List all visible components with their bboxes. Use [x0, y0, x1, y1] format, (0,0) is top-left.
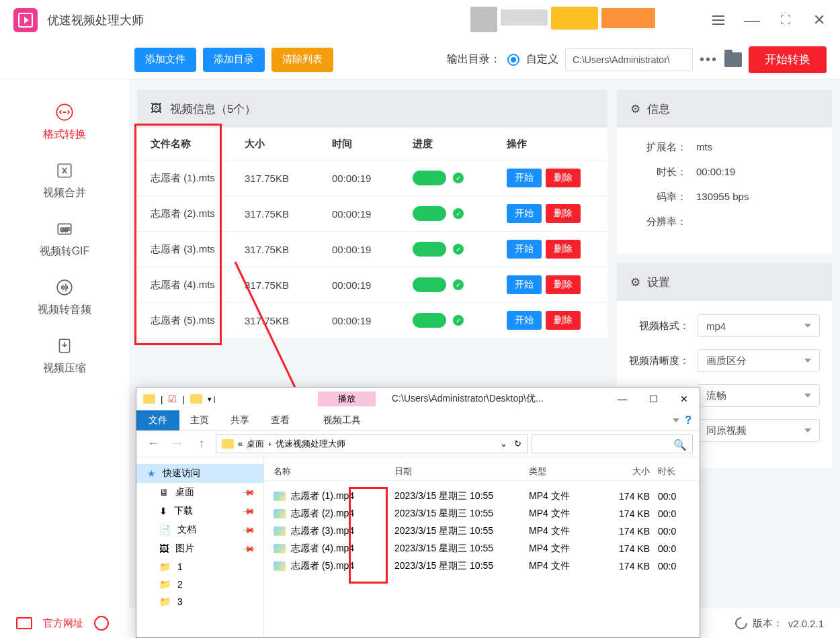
- sidebar-item-merge[interactable]: 视频合并: [0, 151, 129, 210]
- explorer-file-row[interactable]: 志愿者 (2).mp4 2023/3/15 星期三 10:55 MP4 文件 1…: [264, 505, 700, 522]
- explorer-side-item[interactable]: 🖥桌面📌: [136, 483, 263, 502]
- help-icon[interactable]: ?: [685, 414, 691, 426]
- explorer-minimize[interactable]: —: [607, 388, 638, 410]
- refresh-icon[interactable]: [732, 614, 749, 631]
- compress-icon: [54, 336, 75, 356]
- sidebar-item-audio[interactable]: 视频转音频: [0, 268, 129, 326]
- explorer-side-item[interactable]: 📄文档📌: [136, 520, 263, 539]
- progress-bar: [413, 313, 446, 328]
- close-icon[interactable]: ✕: [812, 13, 827, 28]
- info-panel-header: ⚙ 信息: [617, 90, 832, 128]
- nav-forward[interactable]: →: [167, 435, 187, 453]
- explorer-columns: 名称 日期 类型 大小 时长: [264, 463, 700, 481]
- row-delete-button[interactable]: 删除: [546, 240, 581, 259]
- row-delete-button[interactable]: 删除: [546, 169, 581, 187]
- resolution-select[interactable]: 画质区分: [698, 349, 820, 372]
- menu-icon[interactable]: [711, 13, 726, 28]
- start-convert-button[interactable]: 开始转换: [749, 46, 827, 73]
- gear-icon: ⚙: [630, 275, 640, 289]
- info-ext: mts: [696, 141, 712, 154]
- minimize-icon[interactable]: —: [745, 13, 759, 28]
- row-start-button[interactable]: 开始: [507, 311, 542, 330]
- add-dir-button[interactable]: 添加目录: [203, 48, 265, 72]
- app-logo: [13, 8, 38, 32]
- explorer-side-item[interactable]: 🖼图片📌: [136, 539, 263, 558]
- app-title: 优速视频处理大师: [47, 12, 144, 28]
- side-icon: 📁: [159, 561, 171, 572]
- convert-icon: [54, 102, 75, 122]
- side-icon: 🖼: [159, 543, 169, 554]
- audio-icon: [54, 277, 75, 298]
- explorer-search[interactable]: 🔍: [532, 435, 693, 453]
- video-tools-tab[interactable]: 视频工具: [323, 414, 361, 426]
- nav-back[interactable]: ←: [143, 435, 163, 453]
- chat-icon[interactable]: [94, 616, 109, 631]
- sidebar: 格式转换 视频合并 GIF 视频转GIF 视频转音频 视频压缩: [0, 79, 129, 638]
- row-start-button[interactable]: 开始: [507, 169, 542, 187]
- explorer-side-item[interactable]: ⬇下载📌: [136, 502, 263, 520]
- pin-icon: 📌: [242, 523, 256, 537]
- checkbox-icon[interactable]: ☑: [168, 394, 177, 404]
- explorer-file-row[interactable]: 志愿者 (3).mp4 2023/3/15 星期三 10:55 MP4 文件 1…: [264, 522, 700, 540]
- open-folder-icon[interactable]: [724, 52, 742, 67]
- explorer-side-item[interactable]: 📁3: [136, 593, 263, 610]
- check-icon: ✓: [453, 279, 464, 290]
- tab-share[interactable]: 共享: [220, 410, 260, 430]
- explorer-side-item[interactable]: 📁1: [136, 558, 263, 576]
- file-name: 志愿者 (3).mts: [151, 243, 245, 256]
- progress-bar: [413, 171, 446, 185]
- chevron-down-icon[interactable]: [673, 418, 679, 422]
- explorer-close[interactable]: ✕: [669, 388, 700, 410]
- nav-up[interactable]: ↑: [192, 435, 212, 453]
- row-delete-button[interactable]: 删除: [546, 204, 581, 223]
- explorer-file-row[interactable]: 志愿者 (5).mp4 2023/3/15 星期三 10:55 MP4 文件 1…: [264, 557, 700, 575]
- row-start-button[interactable]: 开始: [507, 240, 542, 259]
- output-path-input[interactable]: C:\Users\Administrator\: [565, 48, 693, 71]
- row-delete-button[interactable]: 删除: [546, 311, 581, 330]
- format-select[interactable]: mp4: [698, 314, 820, 337]
- check-icon: ✓: [453, 244, 464, 255]
- quick-access[interactable]: ★快速访问: [136, 464, 263, 483]
- row-delete-button[interactable]: 删除: [546, 275, 581, 294]
- row-start-button[interactable]: 开始: [507, 275, 542, 294]
- custom-label: 自定义: [526, 52, 558, 66]
- video-panel-header: 🖼 视频信息（5个）: [137, 90, 607, 128]
- tab-view[interactable]: 查看: [260, 410, 300, 430]
- progress-bar: [413, 206, 446, 221]
- progress-bar: [413, 242, 446, 257]
- row-start-button[interactable]: 开始: [507, 204, 542, 223]
- custom-radio[interactable]: [507, 54, 519, 66]
- search-icon: 🔍: [673, 439, 687, 451]
- explorer-file-row[interactable]: 志愿者 (1).mp4 2023/3/15 星期三 10:55 MP4 文件 1…: [264, 488, 700, 505]
- address-bar[interactable]: « 桌面› 优速视频处理大师 ⌄↻: [216, 435, 528, 453]
- progress-bar: [413, 277, 446, 292]
- sidebar-item-format[interactable]: 格式转换: [0, 93, 129, 151]
- video-file-icon: [274, 509, 286, 518]
- clear-list-button[interactable]: 清除列表: [271, 48, 333, 72]
- table-row: 志愿者 (2).mts 317.75KB 00:00:19 ✓ 开始删除: [137, 195, 607, 231]
- play-tab[interactable]: 播放: [318, 392, 376, 406]
- output-label: 输出目录：: [447, 52, 501, 66]
- toolbar: 添加文件 添加目录 清除列表 输出目录： 自定义 C:\Users\Admini…: [0, 40, 840, 79]
- pin-icon: 📌: [242, 486, 256, 500]
- gif-icon: GIF: [54, 219, 75, 239]
- explorer-side-item[interactable]: 📁2: [136, 576, 263, 593]
- fullscreen-icon[interactable]: ⛶: [778, 13, 793, 28]
- side-icon: 📁: [159, 596, 171, 607]
- explorer-file-row[interactable]: 志愿者 (4).mp4 2023/3/15 星期三 10:55 MP4 文件 1…: [264, 540, 700, 557]
- browse-button[interactable]: •••: [700, 52, 718, 67]
- explorer-maximize[interactable]: ☐: [638, 388, 669, 410]
- website-icon[interactable]: [16, 617, 32, 629]
- merge-icon: [54, 161, 75, 181]
- website-link[interactable]: 官方网址: [43, 617, 83, 630]
- sidebar-item-compress[interactable]: 视频压缩: [0, 326, 129, 385]
- tab-home[interactable]: 主页: [179, 410, 220, 430]
- add-file-button[interactable]: 添加文件: [134, 48, 196, 72]
- quality-select[interactable]: 流畅: [698, 384, 820, 407]
- table-row: 志愿者 (5).mts 317.75KB 00:00:19 ✓ 开始删除: [137, 302, 607, 338]
- sidebar-item-gif[interactable]: GIF 视频转GIF: [0, 210, 129, 268]
- file-menu[interactable]: 文件: [136, 410, 179, 430]
- audio-select[interactable]: 同原视频: [698, 419, 820, 442]
- star-icon: ★: [147, 468, 156, 479]
- table-header: 文件名称 大小 时间 进度 操作: [137, 128, 607, 160]
